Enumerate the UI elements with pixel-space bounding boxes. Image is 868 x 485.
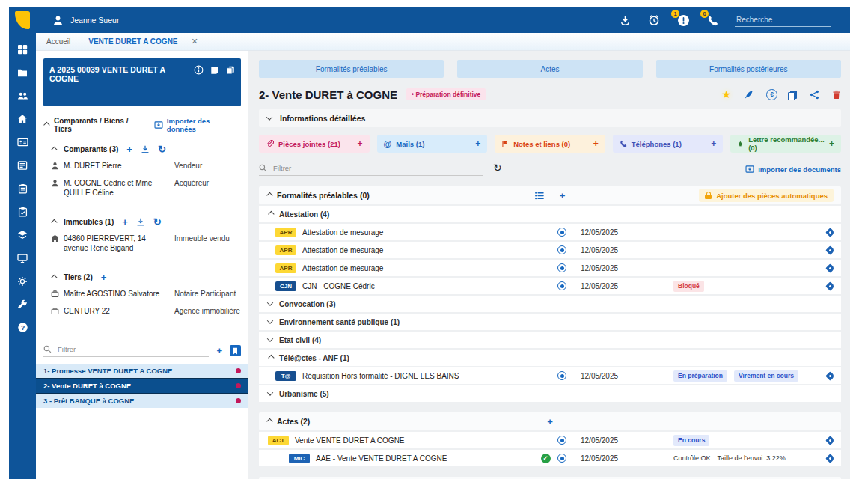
clipboard-icon[interactable] [17, 183, 28, 194]
chip-lettre-recommandee[interactable]: Lettre recommandée... (0) + [730, 135, 841, 153]
download-button[interactable] [618, 13, 632, 27]
group-environnement[interactable]: Environnement santé publique (1) [259, 314, 841, 330]
preview-eye-icon[interactable] [557, 436, 566, 445]
formality-row[interactable]: APR Attestation de mesurage 12/05/2025 [259, 260, 841, 276]
add-comparant-button[interactable]: + [126, 144, 132, 154]
actes-header[interactable]: Actes (2) + [259, 412, 841, 430]
news-icon[interactable] [17, 159, 28, 171]
tab-close-icon[interactable]: ✕ [192, 37, 198, 46]
formality-row[interactable]: CJN CJN - COGNE Cédric 12/05/2025 Bloqué [259, 278, 841, 294]
list-view-icon[interactable] [535, 192, 545, 200]
reminders-button[interactable] [647, 13, 661, 27]
preview-eye-icon[interactable] [557, 371, 566, 380]
nav-formalites-posterieures[interactable]: Formalités postérieures [656, 60, 841, 78]
monitor-icon[interactable] [17, 252, 28, 263]
subsection-tiers[interactable]: Tiers (2) + [36, 266, 248, 286]
formalites-prealables-header[interactable]: Formalités préalables (0) + Ajouter des … [259, 186, 841, 204]
subdossier-item-selected[interactable]: 2- Vente DURET à COGNE [36, 379, 248, 393]
chip-pieces-jointes[interactable]: Pièces jointes (21) + [259, 135, 370, 153]
app-logo[interactable] [9, 7, 36, 33]
tag-icon[interactable] [825, 263, 835, 273]
preview-eye-icon[interactable] [557, 281, 566, 290]
nav-actes[interactable]: Actes [457, 60, 642, 78]
quill-icon[interactable] [744, 90, 754, 100]
chip-mails[interactable]: @ Mails (1) + [377, 135, 488, 153]
documents-filter[interactable] [259, 163, 483, 176]
folders-icon[interactable] [17, 67, 28, 78]
documents-filter-input[interactable] [272, 163, 483, 173]
search-input[interactable] [735, 15, 837, 25]
tools-wrench-icon[interactable] [17, 299, 28, 310]
formalites-posterieures-header[interactable]: Formalités postérieures (2) + [259, 477, 841, 479]
subdossier-filter[interactable] [43, 344, 209, 357]
subsection-immeubles[interactable]: Immeubles (1) + ↻ [36, 211, 248, 231]
refresh-immeubles-button[interactable]: ↻ [153, 217, 162, 227]
tag-icon[interactable] [825, 228, 835, 237]
favorite-star-icon[interactable]: ★ [721, 88, 731, 100]
subdossier-item[interactable]: 3 - Prêt BANQUE à COGNE [36, 394, 248, 408]
home-icon[interactable] [17, 113, 28, 124]
add-phone-button[interactable]: + [711, 138, 716, 149]
download-immeubles-button[interactable] [136, 218, 145, 227]
dashboard-icon[interactable] [17, 43, 28, 55]
copy-icon[interactable] [226, 65, 235, 75]
group-convocation[interactable]: Convocation (3) [259, 296, 841, 312]
acte-subrow[interactable]: MIC AAE - Vente VENTE DURET A COGNE ✓ 12… [259, 450, 841, 466]
subdossier-item[interactable]: 1- Promesse VENTE DURET A COGNE [36, 364, 248, 378]
refresh-icon[interactable]: ↻ [493, 162, 502, 174]
informations-detaillees-section[interactable]: Informations détaillées [259, 109, 841, 127]
formality-row[interactable]: APR Attestation de mesurage 12/05/2025 [259, 224, 841, 240]
tag-icon[interactable] [825, 245, 835, 255]
preview-eye-icon[interactable] [557, 263, 566, 272]
preview-eye-icon[interactable] [557, 454, 566, 463]
auto-pieces-button[interactable]: Ajouter des pièces automatiques [699, 189, 834, 202]
add-subdossier-button[interactable]: + [216, 346, 222, 356]
help-icon[interactable]: ? [17, 322, 28, 333]
user-menu[interactable]: Jeanne Sueur [52, 15, 119, 26]
immeuble-row[interactable]: 04860 PIERREVERT, 14 avenue René Bigand … [36, 231, 248, 256]
tab-case[interactable]: VENTE DURET A COGNE ✕ [88, 37, 198, 46]
phone-button[interactable]: 0 [706, 13, 719, 27]
formality-row[interactable]: APR Attestation de mesurage 12/05/2025 [259, 242, 841, 258]
case-reference-card[interactable]: A 2025 00039 VENTE DURET A COGNE [43, 58, 241, 106]
layers-icon[interactable] [17, 229, 28, 240]
comparant-row[interactable]: M. COGNE Cédric et Mme QUILLE Céline Acq… [36, 175, 248, 201]
settings-gear-icon[interactable] [17, 275, 28, 287]
group-urbanisme[interactable]: Urbanisme (5) [259, 385, 841, 402]
download-comparants-button[interactable] [141, 145, 150, 154]
import-documents-link[interactable]: Importer des documents [745, 165, 841, 174]
subdossier-filter-input[interactable] [56, 344, 209, 354]
info-icon[interactable] [194, 65, 204, 75]
note-icon[interactable] [210, 66, 219, 75]
tab-home[interactable]: Accueil [46, 37, 70, 46]
bookmark-icon[interactable] [230, 345, 241, 356]
tiers-row[interactable]: Maître AGOSTINO Salvatore Notaire Partic… [36, 286, 248, 303]
group-attestation[interactable]: Attestation (4) [259, 206, 841, 222]
add-immeuble-button[interactable]: + [122, 217, 128, 227]
add-formality-button[interactable]: + [560, 191, 566, 201]
tag-icon[interactable] [825, 454, 835, 463]
share-icon[interactable] [810, 90, 819, 100]
subsection-comparants[interactable]: Comparants (3) + ↻ [36, 138, 248, 158]
group-etat-civil[interactable]: Etat civil (4) [259, 332, 841, 348]
global-search[interactable] [735, 14, 831, 27]
tag-icon[interactable] [825, 371, 835, 381]
tag-icon[interactable] [825, 281, 835, 291]
contact-card-icon[interactable] [17, 136, 28, 147]
add-tiers-button[interactable]: + [101, 272, 107, 282]
tag-icon[interactable] [825, 436, 835, 445]
duplicate-icon[interactable] [790, 91, 797, 99]
tasks-icon[interactable] [17, 206, 28, 217]
add-mail-button[interactable]: + [475, 138, 480, 149]
nav-formalites-prealables[interactable]: Formalités préalables [259, 60, 444, 78]
add-piece-button[interactable]: + [358, 138, 363, 149]
section-comparants-biens-tiers[interactable]: Comparants / Biens / Tiers Importer des … [36, 115, 248, 138]
chip-notes-liens[interactable]: Notes et liens (0) + [495, 135, 605, 153]
acte-row[interactable]: ACT Vente VENTE DURET A COGNE 12/05/2025… [259, 432, 841, 448]
chip-telephones[interactable]: Téléphones (1) + [613, 135, 724, 153]
import-data-link[interactable]: Importer des données [154, 117, 241, 133]
refresh-comparants-button[interactable]: ↻ [158, 144, 166, 154]
preview-eye-icon[interactable] [557, 245, 566, 254]
preview-eye-icon[interactable] [557, 228, 566, 237]
delete-trash-icon[interactable] [832, 90, 841, 100]
